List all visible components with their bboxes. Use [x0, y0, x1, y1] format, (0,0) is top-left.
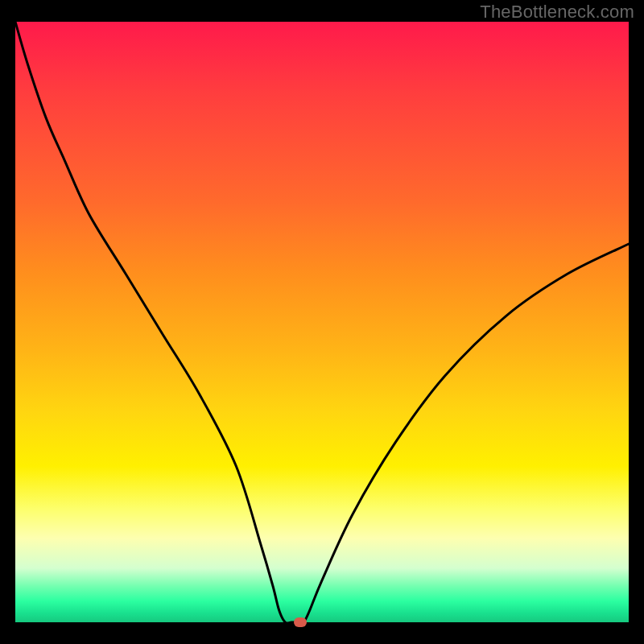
- watermark-text: TheBottleneck.com: [480, 2, 634, 23]
- bottleneck-curve: [15, 22, 629, 622]
- plot-area: [15, 22, 629, 622]
- chart-frame: TheBottleneck.com: [0, 0, 644, 644]
- marker-dot: [294, 617, 307, 627]
